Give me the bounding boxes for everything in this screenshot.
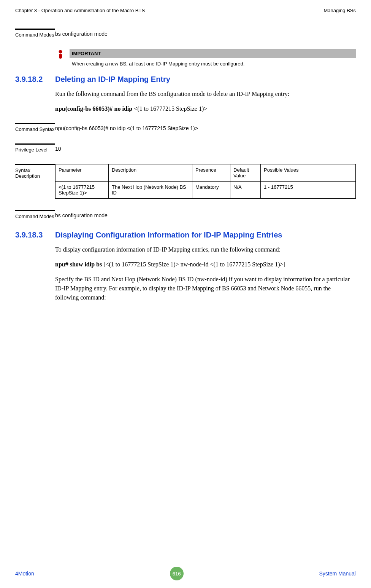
section3-intro: To display configuration information of … [55, 245, 356, 254]
heading-3-9-18-2: 3.9.18.2 Deleting an ID-IP Mapping Entry [15, 75, 356, 84]
th-description: Description [109, 164, 192, 182]
section3-command: npu# show idip bs [<(1 to 16777215 StepS… [55, 260, 356, 269]
privilege-level-value: 10 [55, 143, 356, 152]
important-icon [55, 49, 66, 60]
th-possible-values: Possible Values [261, 164, 356, 182]
heading-number: 3.9.18.2 [15, 75, 55, 84]
heading-title: Deleting an ID-IP Mapping Entry [55, 75, 356, 84]
td-parameter: <(1 to 16777215 StepSize 1)> [55, 182, 109, 199]
cmd-bold-3: npu# show idip bs [55, 261, 103, 268]
heading-title-3: Displaying Configuration Information for… [55, 231, 356, 239]
section2-command: npu(config-bs 66053)# no idip <(1 to 167… [55, 104, 356, 113]
td-description: The Next Hop (Network Node) BS ID [109, 182, 192, 199]
command-modes-label-2: Command Modes [15, 210, 55, 219]
command-syntax-value: npu(config-bs 66053)# no idip <(1 to 167… [55, 123, 356, 131]
svg-point-0 [59, 50, 62, 54]
table-header-row: Parameter Description Presence Default V… [55, 164, 356, 182]
td-default-value: N/A [230, 182, 261, 199]
heading-number-3: 3.9.18.3 [15, 231, 55, 239]
page-number: 616 [170, 567, 184, 580]
command-modes-value-2: bs configuration mode [55, 210, 356, 218]
th-parameter: Parameter [55, 164, 109, 182]
td-possible-values: 1 - 16777215 [261, 182, 356, 199]
td-presence: Mandatory [192, 182, 230, 199]
cmd-bold: npu(config-bs 66053)# no idip [55, 105, 134, 112]
privilege-level-block: Privilege Level 10 [15, 143, 356, 153]
svg-rect-1 [59, 54, 62, 59]
important-note: IMPORTANT When creating a new BS, at lea… [55, 49, 356, 67]
important-header: IMPORTANT [70, 49, 356, 58]
command-syntax-block: Command Syntax npu(config-bs 66053)# no … [15, 123, 356, 132]
command-modes-block-1: Command Modes bs configuration mode [15, 29, 356, 38]
section-title-right: Managing BSs [323, 8, 356, 13]
command-modes-value: bs configuration mode [55, 29, 356, 37]
page-footer: 4Motion 616 System Manual [15, 567, 356, 580]
privilege-level-label: Privilege Level [15, 143, 55, 153]
syntax-description-label: Syntax Description [15, 164, 55, 199]
cmd-rest-3: [<(1 to 16777215 StepSize 1)> nw-node-id… [103, 261, 285, 268]
footer-right: System Manual [319, 570, 356, 577]
important-text: When creating a new BS, at least one ID-… [70, 60, 356, 67]
section3-para2: Specify the BS ID and Next Hop (Network … [55, 275, 356, 302]
command-modes-label: Command Modes [15, 29, 55, 38]
th-default-value: Default Value [230, 164, 261, 182]
heading-3-9-18-3: 3.9.18.3 Displaying Configuration Inform… [15, 231, 356, 239]
syntax-description-block: Syntax Description Parameter Description… [15, 164, 356, 199]
syntax-table: Parameter Description Presence Default V… [55, 164, 356, 199]
cmd-rest: <(1 to 16777215 StepSize 1)> [134, 105, 207, 112]
command-modes-block-2: Command Modes bs configuration mode [15, 210, 356, 219]
th-presence: Presence [192, 164, 230, 182]
footer-left: 4Motion [15, 570, 34, 577]
table-row: <(1 to 16777215 StepSize 1)> The Next Ho… [55, 182, 356, 199]
command-syntax-label: Command Syntax [15, 123, 55, 132]
section2-intro: Run the following command from the BS co… [55, 89, 356, 99]
chapter-title: Chapter 3 - Operation and Administration… [15, 8, 145, 13]
page-header: Chapter 3 - Operation and Administration… [15, 8, 356, 13]
